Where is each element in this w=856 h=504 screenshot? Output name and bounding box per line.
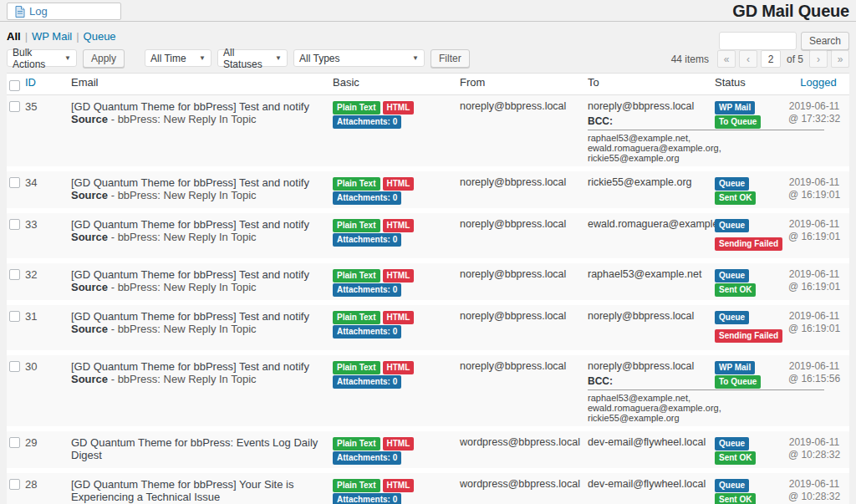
email-log-row: 32[GD Quantum Theme for bbPress] Test an… [7, 263, 849, 305]
column-header-id[interactable]: ID [25, 74, 71, 94]
logged-time: @ 16:19:01 [787, 189, 841, 201]
row-checkbox[interactable] [9, 437, 20, 448]
email-log-row: 30[GD Quantum Theme for bbPress] Test an… [7, 355, 849, 431]
logged-timestamp: 2019-06-11@ 16:19:01 [787, 263, 849, 300]
row-checkbox[interactable] [9, 219, 20, 230]
view-all[interactable]: All [7, 30, 21, 43]
status-badge-sent-ok: Sent OK [715, 191, 756, 205]
row-id: 29 [25, 431, 71, 468]
status-filter-select[interactable]: All Statuses ▼ [217, 49, 288, 67]
badge-attachments-0: Attachments: 0 [333, 191, 401, 205]
apply-button[interactable]: Apply [83, 49, 125, 68]
row-checkbox-cell [7, 95, 25, 166]
email-cell: [GD Quantum Theme for bbPress] Your Site… [71, 473, 333, 504]
email-subject: [GD Quantum Theme for bbPress] Test and … [71, 310, 324, 323]
row-checkbox-cell [7, 473, 25, 504]
row-checkbox-cell [7, 213, 25, 258]
from-address: wordpress@bbpress.local [460, 473, 588, 504]
view-separator: | [25, 30, 28, 43]
to-address: noreply@bbpress.local [588, 360, 706, 373]
badge-plain-text: Plain Text [333, 177, 380, 191]
search-bar: Search [719, 32, 849, 50]
status-cell: QueueSent OK [715, 171, 787, 208]
status-filter-label: All Statuses [223, 47, 268, 70]
view-wp-mail[interactable]: WP Mail [32, 30, 72, 43]
row-id: 33 [25, 213, 71, 258]
filter-button[interactable]: Filter [431, 49, 470, 68]
status-badge-to-queue: To Queue [715, 115, 761, 129]
column-header-from: From [460, 74, 588, 94]
chevron-down-icon: ▼ [275, 54, 282, 62]
email-subject: [GD Quantum Theme for bbPress] Test and … [71, 218, 324, 231]
view-queue[interactable]: Queue [84, 30, 116, 43]
badge-plain-text: Plain Text [333, 219, 380, 232]
gd-mail-queue-page: Log GD Mail Queue All|WP Mail|Queue Sear… [0, 0, 856, 504]
to-cell: noreply@bbpress.localBCC:raphael53@examp… [588, 95, 715, 166]
bcc-list: raphael53@example.net,ewald.romaguera@ex… [588, 133, 706, 163]
logged-date: 2019-06-11 [787, 436, 841, 449]
table-body: 35[GD Quantum Theme for bbPress] Test an… [7, 95, 849, 504]
chevron-down-icon: ▼ [199, 54, 206, 62]
row-checkbox[interactable] [9, 311, 20, 322]
row-checkbox[interactable] [9, 479, 20, 490]
email-log-row: 28[GD Quantum Theme for bbPress] Your Si… [7, 473, 849, 504]
items-count: 44 items [671, 53, 709, 65]
to-address: dev-email@flywheel.local [588, 436, 706, 449]
email-subject: [GD Quantum Theme for bbPress] Test and … [71, 100, 324, 113]
row-checkbox-cell [7, 431, 25, 468]
type-filter-select[interactable]: All Types ▼ [293, 49, 425, 67]
to-address: raphael53@example.net [588, 268, 706, 281]
badge-attachments-0: Attachments: 0 [333, 493, 401, 504]
logged-time: @ 16:19:01 [787, 281, 841, 293]
row-checkbox-cell [7, 263, 25, 300]
column-header-status: Status [715, 74, 787, 94]
search-button[interactable]: Search [801, 32, 849, 50]
first-page-button[interactable]: « [717, 50, 736, 68]
logged-date: 2019-06-11 [787, 218, 841, 231]
badge-attachments-0: Attachments: 0 [333, 325, 401, 339]
logged-timestamp: 2019-06-11@ 16:15:56 [787, 355, 849, 426]
current-page-input[interactable] [761, 50, 781, 68]
status-badge-queue: Queue [715, 479, 749, 492]
logged-time: @ 10:28:32 [787, 449, 841, 461]
time-filter-select[interactable]: All Time ▼ [145, 49, 211, 67]
next-page-button[interactable]: › [809, 50, 828, 68]
select-all-checkbox[interactable] [9, 80, 20, 91]
bulk-actions-label: Bulk Actions [13, 47, 58, 70]
total-pages-label: of 5 [787, 53, 803, 65]
pagination-top: 44 items « ‹ of 5 › » [671, 50, 849, 68]
from-address: noreply@bbpress.local [460, 263, 588, 300]
email-subject: [GD Quantum Theme for bbPress] Test and … [71, 360, 324, 373]
to-cell: dev-email@flywheel.local [588, 431, 715, 468]
basic-badges-cell: Plain TextHTMLAttachments: 0 [333, 171, 460, 208]
status-cell: QueueSent OK [715, 431, 787, 468]
search-input[interactable] [719, 32, 797, 50]
row-checkbox[interactable] [9, 101, 20, 112]
to-address: ewald.romaguera@example.org [588, 218, 706, 231]
status-badge-sent-ok: Sent OK [715, 451, 756, 465]
status-cell: QueueSending Failed [715, 305, 787, 350]
row-checkbox[interactable] [9, 361, 20, 372]
email-cell: [GD Quantum Theme for bbPress] Test and … [71, 263, 333, 300]
time-filter-label: All Time [150, 53, 186, 64]
email-source: Source - bbPress: New Reply In Topic [71, 373, 324, 385]
status-badge-row: Sending Failed [715, 328, 779, 343]
basic-badges-cell: Plain TextHTMLAttachments: 0 [333, 431, 460, 468]
status-badge-queue: Queue [715, 177, 749, 191]
row-checkbox[interactable] [9, 177, 20, 188]
row-checkbox[interactable] [9, 269, 20, 280]
column-header-logged[interactable]: Logged [787, 74, 849, 94]
email-log-row: 33[GD Quantum Theme for bbPress] Test an… [7, 213, 849, 263]
status-badge-sent-ok: Sent OK [715, 493, 756, 504]
logged-timestamp: 2019-06-11@ 16:19:01 [787, 305, 849, 350]
prev-page-button[interactable]: ‹ [739, 50, 757, 68]
basic-badges-cell: Plain TextHTMLAttachments: 0 [333, 473, 460, 504]
basic-badges-cell: Plain TextHTMLAttachments: 0 [333, 355, 460, 426]
row-id: 30 [25, 355, 71, 426]
view-separator: | [76, 30, 79, 43]
column-header-basic: Basic [333, 74, 460, 94]
last-page-button[interactable]: » [831, 50, 849, 68]
tab-log[interactable]: Log [7, 3, 121, 20]
bulk-actions-select[interactable]: Bulk Actions ▼ [7, 49, 77, 67]
to-cell: raphael53@example.net [588, 263, 715, 300]
